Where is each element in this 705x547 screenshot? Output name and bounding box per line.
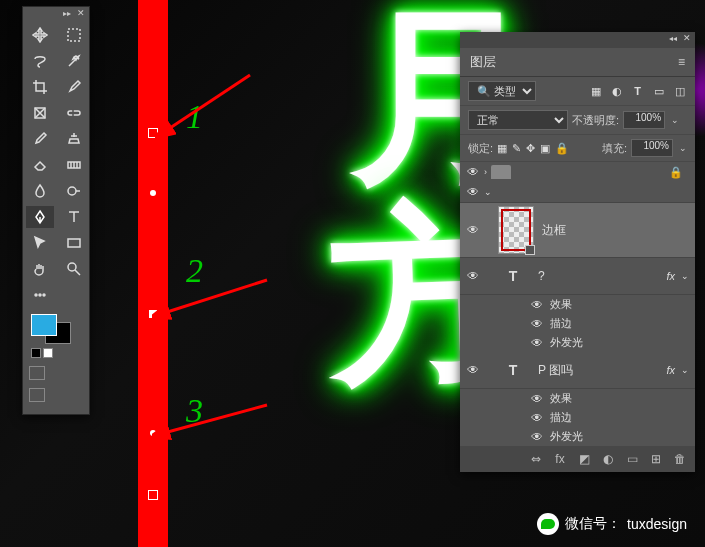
layer-fx-icon[interactable]: fx [553,452,567,466]
new-group-icon[interactable]: ▭ [625,452,639,466]
visibility-icon[interactable]: 👁 [466,223,480,237]
fill-value[interactable]: 100% [631,139,673,157]
annotation-arrow-1 [155,70,255,150]
zoom-tool[interactable] [60,258,88,280]
clone-stamp-tool[interactable] [60,128,88,150]
layer-name[interactable]: ? [538,269,666,283]
delete-layer-icon[interactable]: 🗑 [673,452,687,466]
chevron-down-icon[interactable]: ⌄ [679,143,687,153]
panel-menu-icon[interactable]: ≡ [678,55,685,69]
layers-panel-header[interactable]: ◂◂ ✕ [460,32,695,48]
chevron-down-icon[interactable]: ⌄ [681,271,689,281]
layer-name[interactable]: 边框 [542,222,689,239]
svg-point-12 [43,294,45,296]
hand-tool[interactable] [26,258,54,280]
layer-thumbnail[interactable] [498,206,534,254]
filter-pixel-icon[interactable]: ▦ [588,84,603,99]
svg-line-1 [164,280,267,313]
filter-shape-icon[interactable]: ▭ [651,84,666,99]
eraser-tool[interactable] [26,154,54,176]
visibility-icon[interactable]: 👁 [466,165,480,179]
layer-effect-row[interactable]: 👁描边 [460,408,695,427]
tab-label: 图层 [470,53,496,71]
svg-point-9 [68,263,76,271]
filter-smart-icon[interactable]: ◫ [672,84,687,99]
lock-position-icon[interactable]: ✥ [526,142,535,155]
layer-list: 👁 › 🔒 👁 ⌄ 👁 边框 👁 T ? fx ⌄ 👁效果 👁描边 [460,162,695,446]
layer-effect-row[interactable]: 👁外发光 [460,427,695,446]
blur-tool[interactable] [26,180,54,202]
layers-tab[interactable]: 图层 ≡ [460,48,695,77]
layer-row[interactable]: 👁 ⌄ [460,182,695,203]
blend-mode-select[interactable]: 正常 [468,110,568,130]
close-icon[interactable]: ✕ [77,8,85,18]
fx-badge[interactable]: fx [666,270,675,282]
healing-brush-tool[interactable] [60,102,88,124]
opacity-label: 不透明度: [572,113,619,128]
anchor-point[interactable] [148,128,158,138]
opacity-value[interactable]: 100% [623,111,665,129]
brush-tool[interactable] [26,128,54,150]
svg-point-7 [68,187,76,195]
layer-group[interactable]: 👁 › 🔒 [460,162,695,182]
path-node[interactable] [150,190,156,196]
chevron-down-icon[interactable]: ⌄ [681,365,689,375]
lock-transparency-icon[interactable]: ▦ [497,142,507,155]
foreground-color[interactable] [31,314,57,336]
collapse-icon[interactable]: ◂◂ [669,34,677,43]
layer-effect-row[interactable]: 👁效果 [460,389,695,408]
type-tool[interactable] [60,206,88,228]
layer-effect-row[interactable]: 👁外发光 [460,333,695,352]
lock-artboard-icon[interactable]: ▣ [540,142,550,155]
link-layers-icon[interactable]: ⇔ [529,452,543,466]
anchor-point[interactable] [148,490,158,500]
layer-mask-icon[interactable]: ◩ [577,452,591,466]
adjustment-layer-icon[interactable]: ◐ [601,452,615,466]
layer-row-selected[interactable]: 👁 边框 [460,203,695,258]
layer-row[interactable]: 👁 T P 图吗 fx ⌄ [460,352,695,389]
collapse-icon[interactable]: ▸▸ [63,9,71,18]
chevron-down-icon[interactable]: ⌄ [484,187,492,197]
lock-all-icon[interactable]: 🔒 [555,142,569,155]
layer-effect-row[interactable]: 👁描边 [460,314,695,333]
visibility-icon[interactable]: 👁 [466,363,480,377]
close-icon[interactable]: ✕ [683,33,691,43]
gradient-tool[interactable] [60,154,88,176]
dodge-tool[interactable] [60,180,88,202]
screen-mode[interactable] [23,384,89,406]
marquee-tool[interactable] [60,24,88,46]
path-selection-tool[interactable] [26,232,54,254]
lasso-tool[interactable] [26,50,54,72]
blend-row: 正常 不透明度: 100% ⌄ [460,106,695,135]
tools-panel-header[interactable]: ▸▸ ✕ [23,7,89,22]
visibility-icon[interactable]: 👁 [466,269,480,283]
layer-row[interactable]: 👁 T ? fx ⌄ [460,258,695,295]
anchor-point-selected[interactable] [149,310,157,318]
path-node[interactable] [150,430,156,436]
layer-effect-row[interactable]: 👁效果 [460,295,695,314]
crop-tool[interactable] [26,76,54,98]
layers-panel: ◂◂ ✕ 图层 ≡ 🔍 类型类型 ▦ ◐ T ▭ ◫ 正常 不透明度: 100%… [460,32,695,472]
chevron-right-icon[interactable]: › [484,167,487,177]
fx-badge[interactable]: fx [666,364,675,376]
filter-kind-select[interactable]: 🔍 类型类型 [468,81,536,101]
move-tool[interactable] [26,24,54,46]
rectangle-tool[interactable] [60,232,88,254]
layer-name[interactable]: P 图吗 [538,362,666,379]
frame-tool[interactable] [26,102,54,124]
new-layer-icon[interactable]: ⊞ [649,452,663,466]
chevron-down-icon[interactable]: ⌄ [671,115,679,125]
pen-tool[interactable] [26,206,54,228]
svg-line-2 [164,405,267,433]
filter-type-icon[interactable]: T [630,84,645,99]
edit-toolbar[interactable] [26,284,54,306]
lock-row: 锁定: ▦ ✎ ✥ ▣ 🔒 填充: 100% ⌄ [460,135,695,162]
eyedropper-tool[interactable] [60,76,88,98]
color-swatches[interactable] [23,308,89,362]
magic-wand-tool[interactable] [60,50,88,72]
visibility-icon[interactable]: 👁 [466,185,480,199]
filter-adjust-icon[interactable]: ◐ [609,84,624,99]
red-shape-path[interactable] [138,0,168,547]
lock-paint-icon[interactable]: ✎ [512,142,521,155]
quick-mask-toggle[interactable] [23,362,89,384]
